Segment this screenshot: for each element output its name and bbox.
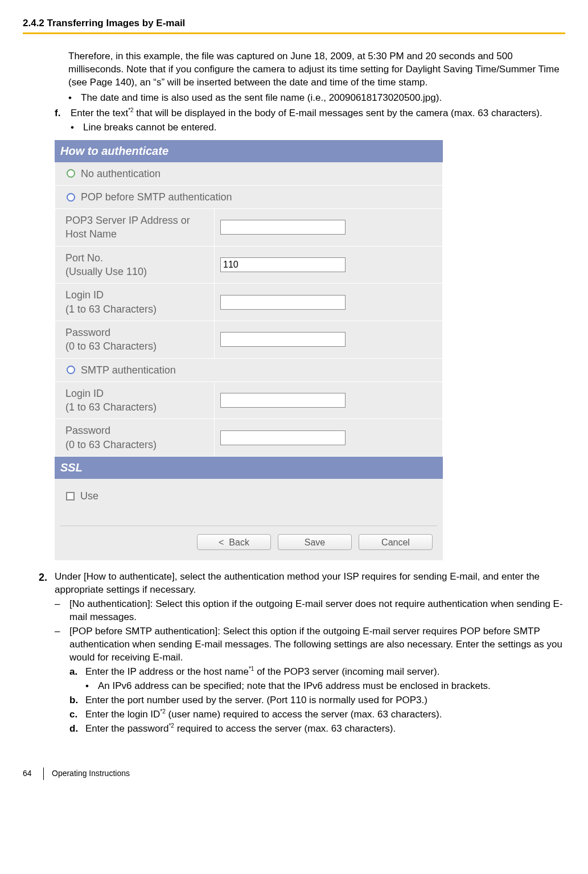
- bullet-icon: •: [85, 680, 98, 693]
- page-footer: 64 Operating Instructions: [23, 768, 565, 780]
- label-login-id-pop: Login ID (1 to 63 Characters): [55, 284, 214, 321]
- footer-divider: [43, 768, 44, 780]
- save-button[interactable]: Save: [278, 534, 352, 550]
- substep-c: Enter the login ID*2 (user name) require…: [85, 708, 565, 721]
- sub-a-sup: *1: [249, 666, 254, 672]
- sub-c-prefix: Enter the login ID: [85, 709, 160, 720]
- checkbox-ssl-label: Use: [80, 489, 98, 503]
- input-password-smtp[interactable]: [220, 430, 346, 445]
- input-port-no[interactable]: [220, 257, 346, 272]
- footer-title: Operating Instructions: [52, 768, 130, 779]
- substep-b: Enter the port number used by the server…: [85, 694, 565, 707]
- input-login-id-pop[interactable]: [220, 295, 346, 310]
- dash-icon: –: [55, 625, 69, 664]
- label-password-smtp: Password (0 to 63 Characters): [55, 419, 214, 457]
- radio-smtp-auth[interactable]: [67, 366, 75, 374]
- sub-c-suffix: (user name) required to access the serve…: [166, 709, 442, 720]
- step-f-text: Enter the text*2 that will be displayed …: [71, 107, 565, 120]
- substep-a-bullet: An IPv6 address can be specified; note t…: [98, 680, 565, 693]
- sub-a-prefix: Enter the IP address or the host name: [85, 666, 249, 677]
- label-pop3-server: POP3 Server IP Address or Host Name: [55, 209, 214, 247]
- back-button[interactable]: < Back: [197, 534, 271, 550]
- dash-icon: –: [55, 598, 69, 624]
- substep-marker-a: a.: [69, 666, 85, 679]
- auth-settings-panel: How to authenticate No authentication PO…: [55, 140, 443, 561]
- page-number: 64: [23, 768, 43, 779]
- substep-d: Enter the password*2 required to access …: [85, 723, 565, 736]
- radio-smtp-label: SMTP authentication: [81, 363, 176, 377]
- step2-text: Under [How to authenticate], select the …: [55, 571, 565, 597]
- step-marker-2: 2.: [39, 571, 55, 597]
- substep-marker-c: c.: [69, 708, 85, 721]
- paragraph-intro: Therefore, in this example, the file was…: [68, 50, 565, 89]
- radio-no-auth-label: No authentication: [81, 167, 161, 180]
- section-rule: [23, 32, 565, 34]
- radio-no-auth[interactable]: [67, 169, 75, 178]
- step-f-sup: *2: [128, 107, 133, 113]
- bullet-icon: •: [68, 92, 81, 105]
- sub-a-suffix: of the POP3 server (incoming mail server…: [254, 666, 439, 677]
- section-heading: 2.4.2 Transferring Images by E-mail: [23, 17, 565, 30]
- checkbox-ssl-use[interactable]: [66, 492, 75, 500]
- step2-dash2: [POP before SMTP authentication]: Select…: [69, 625, 565, 664]
- step-f-prefix: Enter the text: [71, 108, 128, 118]
- input-pop3-server[interactable]: [220, 220, 346, 235]
- substep-a: Enter the IP address or the host name*1 …: [85, 666, 565, 679]
- sub-d-prefix: Enter the password: [85, 723, 168, 734]
- sub-d-suffix: required to access the server (max. 63 c…: [174, 723, 396, 734]
- step-f-suffix: that will be displayed in the body of E-…: [134, 108, 542, 118]
- step2-dash1: [No authentication]: Select this option …: [69, 598, 565, 624]
- bullet-icon: •: [71, 121, 83, 134]
- auth-header: How to authenticate: [55, 140, 443, 162]
- substep-marker-d: d.: [69, 723, 85, 736]
- input-login-id-smtp[interactable]: [220, 393, 346, 408]
- radio-pop-before-smtp[interactable]: [67, 193, 75, 202]
- substep-marker-b: b.: [69, 694, 85, 707]
- label-password-pop: Password (0 to 63 Characters): [55, 321, 214, 359]
- intro-bullet-text: The date and time is also used as the se…: [81, 92, 565, 105]
- step-f-bullet: Line breaks cannot be entered.: [83, 121, 565, 134]
- pop-settings-table: POP3 Server IP Address or Host Name Port…: [55, 209, 443, 358]
- label-login-id-smtp: Login ID (1 to 63 Characters): [55, 382, 214, 420]
- radio-pop-label: POP before SMTP authentication: [81, 190, 232, 204]
- step-marker-f: f.: [55, 107, 71, 120]
- smtp-settings-table: Login ID (1 to 63 Characters) Password (…: [55, 382, 443, 457]
- sub-c-sup: *2: [160, 708, 165, 715]
- ssl-header: SSL: [55, 457, 443, 479]
- sub-d-sup: *2: [168, 723, 174, 729]
- cancel-button[interactable]: Cancel: [359, 534, 433, 550]
- label-port-no: Port No. (Usually Use 110): [55, 247, 214, 284]
- input-password-pop[interactable]: [220, 332, 346, 347]
